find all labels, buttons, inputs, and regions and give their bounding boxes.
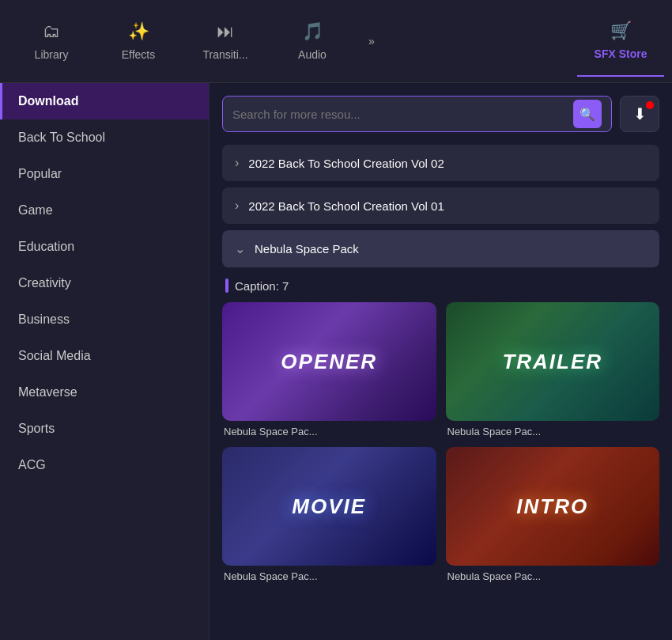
sidebar-item-back-to-school[interactable]: Back To School [0,119,209,156]
sidebar-item-popular[interactable]: Popular [0,156,209,192]
list-item-vol02-title: 2022 Back To School Creation Vol 02 [248,157,444,170]
download-manager-icon: ⬇ [633,104,647,123]
grid-item-trailer[interactable]: TRAILER Nebula Space Pac... [446,302,660,437]
grid-label-trailer: Nebula Space Pac... [446,426,660,437]
sidebar-acg-label: ACG [18,458,46,471]
sidebar-back-to-school-label: Back To School [18,131,105,144]
chevron-right-icon: › [235,156,239,170]
list-item-nebula[interactable]: ⌄ Nebula Space Pack [222,230,659,267]
grid-item-intro[interactable]: INTRO Nebula Space Pac... [446,447,660,582]
sidebar-education-label: Education [18,240,74,253]
main-layout: Download Back To School Popular Game Edu… [0,83,672,640]
nav-sfx-store[interactable]: 🛒 SFX Store [577,6,664,77]
audio-icon: 🎵 [302,21,323,42]
sidebar-creativity-label: Creativity [18,276,71,290]
nav-more[interactable]: » [356,6,387,77]
sidebar-game-label: Game [18,203,53,217]
search-icon: 🔍 [580,107,595,122]
intro-thumb-label: INTRO [516,494,588,519]
sidebar-item-download[interactable]: Download [0,83,209,119]
more-icon: » [368,35,375,47]
sidebar-item-game[interactable]: Game [0,192,209,229]
sidebar-item-education[interactable]: Education [0,229,209,265]
notification-dot [646,101,654,109]
list-item-vol02[interactable]: › 2022 Back To School Creation Vol 02 [222,145,659,181]
nav-audio-label: Audio [298,48,327,61]
nav-transitions[interactable]: ⏭ Transiti... [182,6,269,77]
nav-audio[interactable]: 🎵 Audio [269,6,356,77]
list-item-vol01[interactable]: › 2022 Back To School Creation Vol 01 [222,187,659,224]
sidebar-download-label: Download [18,94,78,108]
grid-thumb-movie: MOVIE [222,447,436,566]
grid-thumb-intro: INTRO [446,447,660,566]
search-bar: 🔍 ⬇ [222,96,659,132]
top-nav: 🗂 Library ✨ Effects ⏭ Transiti... 🎵 Audi… [0,0,672,83]
sfx-store-icon: 🛒 [610,21,632,41]
trailer-thumb-label: TRAILER [502,350,602,374]
library-icon: 🗂 [43,21,60,42]
sidebar-item-business[interactable]: Business [0,301,209,338]
list-item-vol01-title: 2022 Back To School Creation Vol 01 [248,199,444,213]
sidebar-item-metaverse[interactable]: Metaverse [0,374,209,411]
grid-label-intro: Nebula Space Pac... [446,570,660,582]
nav-effects[interactable]: ✨ Effects [95,6,182,77]
grid-item-movie[interactable]: MOVIE Nebula Space Pac... [222,447,436,582]
sidebar-item-acg[interactable]: ACG [0,447,209,483]
transitions-icon: ⏭ [217,21,234,42]
search-button[interactable]: 🔍 [573,100,602,128]
sidebar-item-social-media[interactable]: Social Media [0,338,209,374]
download-manager-button[interactable]: ⬇ [620,96,659,132]
grid-thumb-trailer: TRAILER [446,302,660,421]
movie-thumb-label: MOVIE [292,494,366,519]
sidebar-social-media-label: Social Media [18,349,91,362]
nav-effects-label: Effects [122,48,156,61]
sidebar-item-creativity[interactable]: Creativity [0,265,209,301]
caption-text: Caption: 7 [235,279,289,293]
grid-thumb-opener: OPENER [222,302,436,421]
search-input-wrap[interactable]: 🔍 [222,96,612,132]
chevron-down-icon: ⌄ [235,241,245,256]
sidebar-item-sports[interactable]: Sports [0,411,209,447]
search-input[interactable] [232,108,567,121]
list-item-nebula-title: Nebula Space Pack [255,242,359,256]
grid-label-opener: Nebula Space Pac... [222,426,436,437]
chevron-right-icon: › [235,199,239,213]
effects-icon: ✨ [128,21,149,42]
caption-label: Caption: 7 [225,278,659,293]
sidebar: Download Back To School Popular Game Edu… [0,83,210,640]
nav-library[interactable]: 🗂 Library [8,6,95,77]
caption-bar-indicator [225,278,228,293]
sidebar-sports-label: Sports [18,422,55,435]
content-grid: OPENER Nebula Space Pac... TRAILER Nebul… [222,302,659,582]
sidebar-popular-label: Popular [18,167,62,180]
nav-transitions-label: Transiti... [202,48,247,61]
content-area: 🔍 ⬇ › 2022 Back To School Creation Vol 0… [210,83,672,640]
sidebar-metaverse-label: Metaverse [18,385,77,399]
opener-thumb-label: OPENER [281,350,377,374]
nav-library-label: Library [35,48,69,61]
grid-item-opener[interactable]: OPENER Nebula Space Pac... [222,302,436,437]
grid-label-movie: Nebula Space Pac... [222,570,436,582]
sidebar-business-label: Business [18,312,70,326]
nav-sfx-store-label: SFX Store [595,47,647,60]
